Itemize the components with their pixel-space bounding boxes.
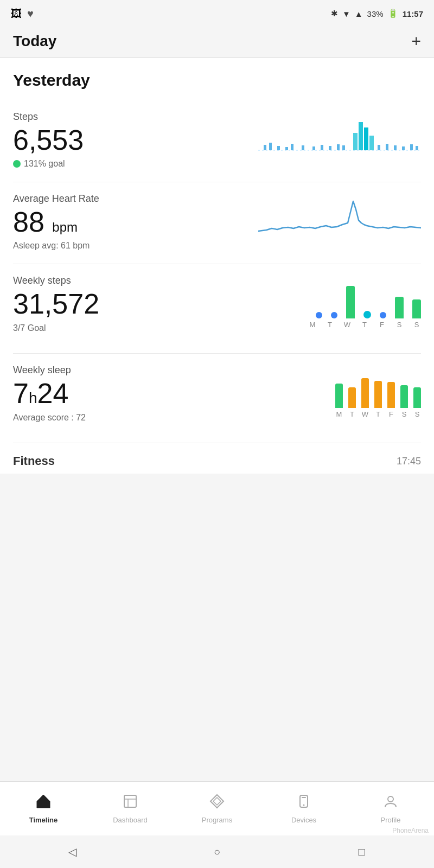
section-title: Yesterday bbox=[13, 71, 421, 90]
gallery-icon: 🖼 bbox=[11, 8, 22, 20]
sleep-bar-w bbox=[361, 378, 369, 408]
sleep-bar-s1 bbox=[400, 385, 408, 408]
heart-rate-line-chart bbox=[258, 193, 421, 247]
bar-col-s2 bbox=[412, 299, 421, 318]
status-bar-left: 🖼 ♥ bbox=[11, 8, 34, 20]
svg-rect-23 bbox=[124, 795, 136, 807]
sleep-bar-s2 bbox=[413, 387, 421, 408]
nav-dashboard[interactable]: Dashboard bbox=[87, 794, 174, 824]
status-bar-right: ✱ ▼ ▲ 33% 🔋 11:57 bbox=[331, 9, 423, 18]
sleep-col-m bbox=[335, 384, 343, 408]
bar-s2 bbox=[412, 299, 421, 318]
home-button[interactable]: ○ bbox=[206, 841, 228, 863]
steps-card[interactable]: Steps 6,553 131% goal bbox=[13, 100, 421, 182]
svg-point-29 bbox=[303, 804, 305, 806]
weekly-sleep-bar-chart: M T W T F S S bbox=[258, 365, 421, 430]
sleep-col-t1 bbox=[348, 387, 356, 408]
nav-devices-label: Devices bbox=[291, 816, 316, 824]
svg-rect-17 bbox=[386, 144, 388, 150]
timeline-icon bbox=[36, 794, 51, 813]
nav-programs[interactable]: Programs bbox=[174, 794, 260, 824]
bluetooth-icon: ✱ bbox=[331, 9, 338, 18]
svg-rect-1 bbox=[264, 145, 266, 150]
add-button[interactable]: + bbox=[411, 33, 421, 49]
sleep-bar-t2 bbox=[374, 381, 382, 408]
bar-col-t1 bbox=[331, 312, 337, 318]
recent-button[interactable]: □ bbox=[351, 841, 373, 863]
programs-icon bbox=[209, 794, 225, 813]
fitness-time: 17:45 bbox=[397, 456, 421, 467]
sleep-bar-t1 bbox=[348, 387, 356, 408]
svg-rect-19 bbox=[402, 146, 405, 150]
bottom-navigation: Timeline Dashboard Programs bbox=[0, 781, 434, 835]
devices-icon bbox=[296, 794, 311, 813]
weekly-steps-bar-chart: M T W T F S S bbox=[258, 275, 421, 340]
status-bar: 🖼 ♥ ✱ ▼ ▲ 33% 🔋 11:57 bbox=[0, 0, 434, 27]
heart-rate-chart-container bbox=[238, 193, 421, 247]
bar-col-t2 bbox=[363, 311, 371, 318]
steps-value: 6,553 bbox=[13, 125, 238, 156]
battery-percent: 33% bbox=[367, 9, 384, 18]
weekly-bars bbox=[316, 275, 421, 318]
sleep-col-s2 bbox=[413, 387, 421, 408]
weekly-steps-label: Weekly steps bbox=[13, 275, 238, 286]
sleep-bar-f bbox=[387, 382, 395, 408]
fitness-label: Fitness bbox=[13, 454, 55, 468]
sleep-col-s1 bbox=[400, 385, 408, 408]
goal-dot bbox=[13, 160, 21, 168]
nav-dashboard-label: Dashboard bbox=[113, 816, 148, 824]
heart-rate-value: 88 bpm bbox=[13, 207, 238, 238]
weekly-sleep-chart-container: M T W T F S S bbox=[238, 365, 421, 430]
svg-rect-10 bbox=[337, 144, 340, 150]
heart-icon: ♥ bbox=[27, 8, 34, 20]
svg-rect-14 bbox=[364, 127, 368, 150]
profile-icon bbox=[383, 794, 398, 813]
clock: 11:57 bbox=[403, 9, 423, 18]
svg-rect-21 bbox=[416, 146, 418, 150]
svg-rect-5 bbox=[291, 144, 293, 150]
bar-col-f bbox=[380, 312, 386, 318]
bar-dot-m bbox=[316, 312, 322, 318]
nav-timeline[interactable]: Timeline bbox=[0, 794, 87, 824]
heart-rate-label: Average Heart Rate bbox=[13, 193, 238, 205]
svg-rect-7 bbox=[312, 146, 315, 150]
steps-info: Steps 6,553 131% goal bbox=[13, 111, 238, 169]
back-button[interactable]: ◁ bbox=[61, 841, 83, 863]
weekly-sleep-sub: Average score : 72 bbox=[13, 413, 238, 423]
svg-rect-30 bbox=[302, 797, 306, 798]
weekly-day-labels: M T W T F S S bbox=[308, 321, 421, 329]
main-content: Yesterday Steps 6,553 131% goal bbox=[0, 58, 434, 474]
svg-marker-26 bbox=[210, 795, 224, 808]
nav-devices[interactable]: Devices bbox=[260, 794, 347, 824]
bar-dot-t2 bbox=[363, 311, 371, 318]
svg-rect-15 bbox=[369, 136, 374, 150]
fitness-row[interactable]: Fitness 17:45 bbox=[13, 443, 421, 474]
svg-rect-13 bbox=[359, 122, 363, 150]
wifi-icon: ▼ bbox=[342, 9, 350, 18]
weekly-sleep-card[interactable]: Weekly sleep 7h24 Average score : 72 bbox=[13, 354, 421, 443]
svg-rect-6 bbox=[302, 145, 304, 150]
svg-rect-20 bbox=[410, 144, 413, 150]
svg-marker-22 bbox=[37, 795, 50, 808]
weekly-steps-goal: 3/7 Goal bbox=[13, 323, 238, 333]
nav-timeline-label: Timeline bbox=[29, 816, 58, 824]
sleep-day-labels: M T W T F S S bbox=[335, 410, 421, 418]
bar-dot-t1 bbox=[331, 312, 337, 318]
steps-goal: 131% goal bbox=[13, 159, 238, 169]
bar-col-w bbox=[346, 286, 355, 318]
svg-rect-16 bbox=[378, 145, 380, 150]
weekly-sleep-label: Weekly sleep bbox=[13, 365, 238, 376]
svg-rect-9 bbox=[329, 146, 331, 150]
signal-icon: ▲ bbox=[355, 9, 363, 18]
dashboard-icon bbox=[123, 794, 138, 813]
android-nav-bar: ◁ ○ □ bbox=[0, 835, 434, 868]
sleep-col-f bbox=[387, 382, 395, 408]
weekly-steps-card[interactable]: Weekly steps 31,572 3/7 Goal bbox=[13, 264, 421, 354]
nav-profile[interactable]: Profile bbox=[347, 794, 434, 824]
steps-chart-container bbox=[238, 111, 421, 165]
sleep-col-w bbox=[361, 378, 369, 408]
weekly-steps-info: Weekly steps 31,572 3/7 Goal bbox=[13, 275, 238, 333]
heart-rate-info: Average Heart Rate 88 bpm Asleep avg: 61… bbox=[13, 193, 238, 251]
heart-rate-card[interactable]: Average Heart Rate 88 bpm Asleep avg: 61… bbox=[13, 182, 421, 264]
steps-bar-chart bbox=[258, 111, 421, 165]
